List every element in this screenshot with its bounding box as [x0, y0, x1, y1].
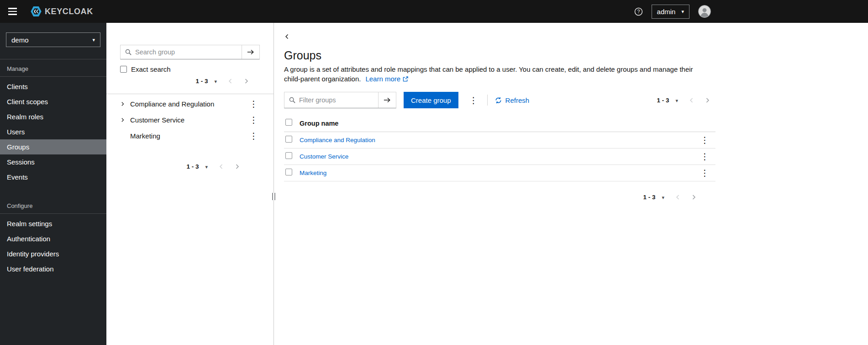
keycloak-logo[interactable]: KEYCLOAK	[30, 5, 93, 17]
groups-main-section: Groups A group is a set of attributes an…	[274, 23, 868, 345]
realm-selector-dropdown[interactable]: demo ▾	[6, 32, 100, 47]
header-left: KEYCLOAK	[6, 4, 93, 19]
group-name-link[interactable]: Marketing	[300, 170, 326, 176]
sidebar-item-users[interactable]: Users	[0, 124, 106, 139]
table-row: Marketing ⋮	[284, 165, 715, 181]
sidebar-item-realm-roles[interactable]: Realm roles	[0, 109, 106, 124]
tree-item: Compliance and Regulation ⋮	[106, 96, 274, 112]
table-row: Customer Service ⋮	[284, 148, 715, 165]
pagination-range: 1 - 3	[643, 194, 655, 201]
kebab-menu-icon[interactable]: ⋮	[247, 99, 260, 109]
sidebar-item-events[interactable]: Events	[0, 170, 106, 185]
sidebar-item-user-federation[interactable]: User federation	[0, 261, 106, 276]
search-submit-button[interactable]	[242, 45, 259, 59]
nav-divider	[0, 213, 106, 214]
kebab-menu-icon[interactable]: ⋮	[247, 115, 260, 125]
groups-table: Group name Compliance and Regulation ⋮	[284, 115, 715, 181]
sidebar-item-authentication[interactable]: Authentication	[0, 231, 106, 246]
external-link-icon	[403, 76, 408, 82]
user-avatar[interactable]	[698, 5, 711, 18]
tree-item-label[interactable]: Compliance and Regulation	[130, 100, 247, 108]
kebab-menu-icon[interactable]: ⋮	[699, 168, 711, 178]
keycloak-admin-console: KEYCLOAK ? admin ▾	[0, 0, 868, 345]
description-text: A group is a set of attributes and role …	[284, 65, 693, 83]
expand-chevron-icon[interactable]	[120, 101, 130, 106]
group-name-link[interactable]: Customer Service	[300, 153, 348, 160]
pagination-next-icon[interactable]	[229, 162, 245, 171]
group-search-group	[120, 45, 260, 59]
brand-name: KEYCLOAK	[45, 7, 93, 16]
caret-down-icon: ▾	[205, 164, 208, 170]
kebab-menu-icon[interactable]: ⋮	[247, 131, 260, 141]
tree-item-label[interactable]: Marketing	[130, 132, 247, 140]
pagination-options-toggle[interactable]: ▾	[674, 96, 679, 105]
groups-tree-panel: Exact search 1 - 3 ▾ Compliance and Regu…	[106, 23, 274, 345]
refresh-button[interactable]: Refresh	[495, 96, 530, 104]
tree-item: Customer Service ⋮	[106, 112, 274, 128]
pagination-prev-icon[interactable]	[222, 76, 238, 86]
help-icon[interactable]: ?	[634, 7, 643, 16]
sidebar-item-groups[interactable]: Groups	[0, 139, 106, 154]
group-search-input[interactable]	[132, 45, 242, 59]
group-name-link[interactable]: Compliance and Regulation	[300, 137, 375, 143]
table-header-row: Group name	[284, 115, 715, 132]
kebab-menu-icon[interactable]: ⋮	[468, 95, 480, 106]
pagination-options-toggle[interactable]: ▾	[661, 193, 665, 202]
kebab-menu-icon[interactable]: ⋮	[699, 151, 711, 162]
sidebar-item-sessions[interactable]: Sessions	[0, 154, 106, 170]
hamburger-menu-icon[interactable]	[6, 4, 20, 19]
column-header-group-name: Group name	[300, 115, 698, 132]
filter-submit-button[interactable]	[378, 92, 396, 108]
caret-down-icon: ▾	[214, 79, 217, 84]
pagination-prev-icon[interactable]	[670, 192, 686, 202]
exact-search-option: Exact search	[120, 65, 260, 73]
tree-pagination-top: 1 - 3 ▾	[106, 75, 274, 87]
groups-toolbar: Create group ⋮ Refresh 1 - 3 ▾	[284, 92, 715, 108]
tree-item: Marketing ⋮	[106, 128, 274, 144]
pagination-options-toggle[interactable]: ▾	[213, 77, 218, 85]
pagination-options-toggle[interactable]: ▾	[204, 162, 209, 171]
realm-selector-value: demo	[11, 36, 29, 44]
learn-more-label: Learn more	[365, 75, 400, 83]
user-menu-dropdown[interactable]: admin ▾	[652, 5, 689, 19]
nav-divider	[0, 76, 106, 77]
pagination-next-icon[interactable]	[700, 96, 715, 105]
pagination-prev-icon[interactable]	[213, 162, 229, 171]
collapse-panel-icon[interactable]	[284, 33, 290, 40]
sidebar-item-realm-settings[interactable]: Realm settings	[0, 216, 106, 231]
row-checkbox[interactable]	[285, 136, 292, 143]
page-description: A group is a set of attributes and role …	[284, 64, 709, 84]
create-group-button[interactable]: Create group	[404, 92, 458, 108]
sidebar-item-client-scopes[interactable]: Client scopes	[0, 94, 106, 109]
pagination-range: 1 - 3	[657, 97, 669, 104]
app-header: KEYCLOAK ? admin ▾	[0, 0, 868, 23]
nav-section-title: Configure	[0, 196, 106, 213]
select-all-checkbox[interactable]	[285, 119, 292, 126]
svg-text:?: ?	[637, 9, 640, 14]
group-search-row	[120, 45, 260, 59]
row-checkbox[interactable]	[285, 169, 292, 175]
filter-groups-input[interactable]	[295, 92, 378, 108]
sidebar-item-identity-providers[interactable]: Identity providers	[0, 246, 106, 261]
header-right: ? admin ▾	[634, 5, 711, 19]
exact-search-checkbox[interactable]	[120, 66, 127, 73]
sidebar-nav: demo ▾ Manage Clients Client scopes Real…	[0, 23, 106, 345]
sidebar-item-clients[interactable]: Clients	[0, 79, 106, 94]
pagination-prev-icon[interactable]	[684, 96, 700, 105]
panel-resize-handle[interactable]	[272, 193, 275, 200]
expand-chevron-icon[interactable]	[120, 117, 130, 122]
table-row: Compliance and Regulation ⋮	[284, 132, 715, 148]
search-icon	[284, 92, 295, 108]
caret-down-icon: ▾	[662, 195, 664, 200]
pagination-next-icon[interactable]	[238, 76, 254, 86]
table-pagination-top: 1 - 3 ▾	[657, 96, 715, 105]
learn-more-link[interactable]: Learn more	[365, 75, 408, 83]
filter-groups-group	[284, 92, 396, 108]
toolbar-divider	[487, 95, 488, 106]
row-checkbox[interactable]	[285, 152, 292, 159]
tree-item-label[interactable]: Customer Service	[130, 116, 247, 124]
main-content: Groups A group is a set of attributes an…	[284, 49, 715, 204]
kebab-menu-icon[interactable]: ⋮	[699, 135, 711, 145]
pagination-next-icon[interactable]	[686, 192, 702, 202]
search-icon	[121, 45, 132, 59]
